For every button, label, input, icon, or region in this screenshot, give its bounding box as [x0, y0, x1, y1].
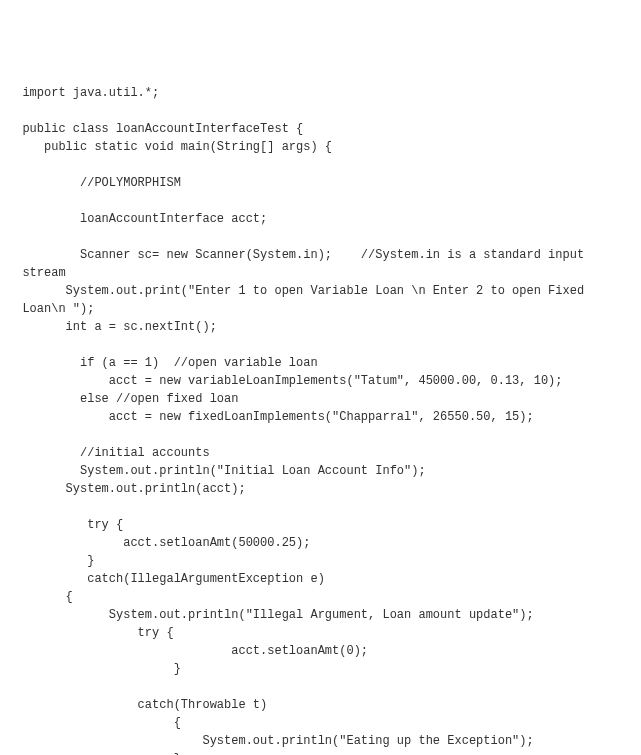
code-line: System.out.println("Eating up the Except…: [8, 732, 641, 750]
code-line: import java.util.*;: [8, 84, 641, 102]
code-line: try {: [8, 516, 641, 534]
code-line: [8, 156, 641, 174]
code-line: [8, 102, 641, 120]
code-line: [8, 336, 641, 354]
code-line: acct = new variableLoanImplements("Tatum…: [8, 372, 641, 390]
code-line: try {: [8, 624, 641, 642]
code-line: [8, 192, 641, 210]
code-line: //initial accounts: [8, 444, 641, 462]
code-line: [8, 498, 641, 516]
code-line: acct.setloanAmt(50000.25);: [8, 534, 641, 552]
code-line: }: [8, 750, 641, 755]
code-line: [8, 426, 641, 444]
code-line: [8, 228, 641, 246]
code-line: public static void main(String[] args) {: [8, 138, 641, 156]
code-line: if (a == 1) //open variable loan: [8, 354, 641, 372]
code-line: catch(Throwable t): [8, 696, 641, 714]
code-line: [8, 678, 641, 696]
code-line: }: [8, 660, 641, 678]
code-line: {: [8, 588, 641, 606]
code-line: System.out.println(acct);: [8, 480, 641, 498]
code-line: acct = new fixedLoanImplements("Chapparr…: [8, 408, 641, 426]
code-line: catch(IllegalArgumentException e): [8, 570, 641, 588]
code-line: public class loanAccountInterfaceTest {: [8, 120, 641, 138]
code-line: System.out.print("Enter 1 to open Variab…: [8, 282, 641, 300]
code-line: //POLYMORPHISM: [8, 174, 641, 192]
code-line: Scanner sc= new Scanner(System.in); //Sy…: [8, 246, 641, 264]
code-line: Loan\n ");: [8, 300, 641, 318]
code-block: import java.util.*; public class loanAcc…: [8, 84, 641, 755]
code-line: int a = sc.nextInt();: [8, 318, 641, 336]
code-line: acct.setloanAmt(0);: [8, 642, 641, 660]
code-line: }: [8, 552, 641, 570]
code-line: loanAccountInterface acct;: [8, 210, 641, 228]
code-line: else //open fixed loan: [8, 390, 641, 408]
code-line: {: [8, 714, 641, 732]
code-line: System.out.println("Initial Loan Account…: [8, 462, 641, 480]
code-line: System.out.println("Illegal Argument, Lo…: [8, 606, 641, 624]
code-line: stream: [8, 264, 641, 282]
